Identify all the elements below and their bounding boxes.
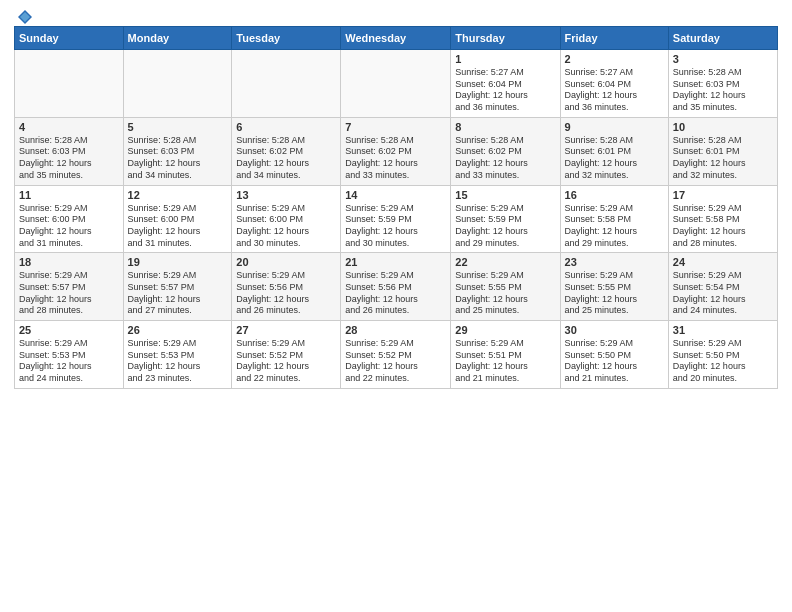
cell-text-line: and 24 minutes. — [19, 373, 119, 385]
cell-text-line: Sunset: 5:50 PM — [673, 350, 773, 362]
day-number: 2 — [565, 53, 664, 65]
cell-text-line: Sunset: 5:58 PM — [565, 214, 664, 226]
calendar-week-row: 4Sunrise: 5:28 AMSunset: 6:03 PMDaylight… — [15, 117, 778, 185]
cell-text-line: Sunset: 5:50 PM — [565, 350, 664, 362]
day-number: 28 — [345, 324, 446, 336]
cell-text-line: Sunset: 5:55 PM — [455, 282, 555, 294]
cell-text-line: and 36 minutes. — [455, 102, 555, 114]
cell-text-line: and 20 minutes. — [673, 373, 773, 385]
cell-text-line: Sunset: 5:56 PM — [345, 282, 446, 294]
cell-text-line: Sunrise: 5:29 AM — [345, 338, 446, 350]
day-number: 27 — [236, 324, 336, 336]
cell-text-line: and 31 minutes. — [128, 238, 228, 250]
day-number: 1 — [455, 53, 555, 65]
cell-text-line: and 22 minutes. — [236, 373, 336, 385]
cell-text-line: Daylight: 12 hours — [565, 294, 664, 306]
weekday-header-thursday: Thursday — [451, 27, 560, 50]
calendar-week-row: 18Sunrise: 5:29 AMSunset: 5:57 PMDayligh… — [15, 253, 778, 321]
calendar-cell: 29Sunrise: 5:29 AMSunset: 5:51 PMDayligh… — [451, 321, 560, 389]
cell-text-line: Sunset: 6:02 PM — [345, 146, 446, 158]
cell-text-line: Daylight: 12 hours — [128, 226, 228, 238]
cell-text-line: Sunset: 5:52 PM — [236, 350, 336, 362]
cell-text-line: and 28 minutes. — [673, 238, 773, 250]
header — [14, 10, 778, 22]
day-number: 10 — [673, 121, 773, 133]
cell-text-line: Daylight: 12 hours — [19, 294, 119, 306]
cell-text-line: Sunset: 5:55 PM — [565, 282, 664, 294]
calendar-cell: 12Sunrise: 5:29 AMSunset: 6:00 PMDayligh… — [123, 185, 232, 253]
page: SundayMondayTuesdayWednesdayThursdayFrid… — [0, 0, 792, 612]
cell-text-line: and 33 minutes. — [345, 170, 446, 182]
cell-text-line: Daylight: 12 hours — [236, 294, 336, 306]
cell-text-line: Sunset: 5:58 PM — [673, 214, 773, 226]
cell-text-line: and 32 minutes. — [673, 170, 773, 182]
calendar-cell — [123, 50, 232, 118]
cell-text-line: and 30 minutes. — [345, 238, 446, 250]
cell-text-line: Sunrise: 5:29 AM — [19, 338, 119, 350]
day-number: 17 — [673, 189, 773, 201]
cell-text-line: Daylight: 12 hours — [673, 158, 773, 170]
calendar-cell: 28Sunrise: 5:29 AMSunset: 5:52 PMDayligh… — [341, 321, 451, 389]
cell-text-line: Sunset: 6:03 PM — [19, 146, 119, 158]
cell-text-line: Daylight: 12 hours — [673, 90, 773, 102]
cell-text-line: Sunrise: 5:29 AM — [673, 270, 773, 282]
day-number: 9 — [565, 121, 664, 133]
cell-text-line: Daylight: 12 hours — [673, 294, 773, 306]
cell-text-line: Daylight: 12 hours — [565, 90, 664, 102]
cell-text-line: Sunrise: 5:29 AM — [19, 203, 119, 215]
calendar-cell: 31Sunrise: 5:29 AMSunset: 5:50 PMDayligh… — [668, 321, 777, 389]
cell-text-line: Daylight: 12 hours — [565, 361, 664, 373]
cell-text-line: and 26 minutes. — [345, 305, 446, 317]
day-number: 24 — [673, 256, 773, 268]
cell-text-line: Sunrise: 5:29 AM — [345, 270, 446, 282]
day-number: 29 — [455, 324, 555, 336]
calendar-cell — [15, 50, 124, 118]
cell-text-line: Sunset: 6:04 PM — [455, 79, 555, 91]
cell-text-line: Daylight: 12 hours — [345, 158, 446, 170]
day-number: 12 — [128, 189, 228, 201]
calendar-week-row: 25Sunrise: 5:29 AMSunset: 5:53 PMDayligh… — [15, 321, 778, 389]
cell-text-line: Sunrise: 5:28 AM — [19, 135, 119, 147]
cell-text-line: Sunrise: 5:29 AM — [236, 270, 336, 282]
cell-text-line: and 27 minutes. — [128, 305, 228, 317]
cell-text-line: Sunrise: 5:29 AM — [673, 338, 773, 350]
cell-text-line: Daylight: 12 hours — [455, 90, 555, 102]
cell-text-line: Daylight: 12 hours — [19, 158, 119, 170]
weekday-header-monday: Monday — [123, 27, 232, 50]
cell-text-line: Sunset: 6:03 PM — [673, 79, 773, 91]
calendar-week-row: 11Sunrise: 5:29 AMSunset: 6:00 PMDayligh… — [15, 185, 778, 253]
day-number: 22 — [455, 256, 555, 268]
cell-text-line: Sunrise: 5:29 AM — [565, 338, 664, 350]
calendar-cell: 13Sunrise: 5:29 AMSunset: 6:00 PMDayligh… — [232, 185, 341, 253]
calendar-cell: 5Sunrise: 5:28 AMSunset: 6:03 PMDaylight… — [123, 117, 232, 185]
calendar-cell: 3Sunrise: 5:28 AMSunset: 6:03 PMDaylight… — [668, 50, 777, 118]
day-number: 11 — [19, 189, 119, 201]
calendar-cell: 8Sunrise: 5:28 AMSunset: 6:02 PMDaylight… — [451, 117, 560, 185]
cell-text-line: Sunset: 6:02 PM — [455, 146, 555, 158]
cell-text-line: Daylight: 12 hours — [673, 361, 773, 373]
cell-text-line: Sunrise: 5:28 AM — [673, 135, 773, 147]
calendar-cell — [341, 50, 451, 118]
cell-text-line: Sunrise: 5:29 AM — [455, 338, 555, 350]
calendar-cell: 6Sunrise: 5:28 AMSunset: 6:02 PMDaylight… — [232, 117, 341, 185]
cell-text-line: and 25 minutes. — [455, 305, 555, 317]
cell-text-line: Sunrise: 5:29 AM — [128, 338, 228, 350]
cell-text-line: and 26 minutes. — [236, 305, 336, 317]
calendar-cell: 26Sunrise: 5:29 AMSunset: 5:53 PMDayligh… — [123, 321, 232, 389]
cell-text-line: Sunset: 6:03 PM — [128, 146, 228, 158]
cell-text-line: and 24 minutes. — [673, 305, 773, 317]
cell-text-line: and 28 minutes. — [19, 305, 119, 317]
calendar-cell: 17Sunrise: 5:29 AMSunset: 5:58 PMDayligh… — [668, 185, 777, 253]
calendar-cell: 14Sunrise: 5:29 AMSunset: 5:59 PMDayligh… — [341, 185, 451, 253]
calendar-cell: 24Sunrise: 5:29 AMSunset: 5:54 PMDayligh… — [668, 253, 777, 321]
day-number: 7 — [345, 121, 446, 133]
cell-text-line: and 30 minutes. — [236, 238, 336, 250]
cell-text-line: Sunset: 6:00 PM — [128, 214, 228, 226]
calendar-cell: 18Sunrise: 5:29 AMSunset: 5:57 PMDayligh… — [15, 253, 124, 321]
day-number: 13 — [236, 189, 336, 201]
cell-text-line: and 34 minutes. — [236, 170, 336, 182]
day-number: 18 — [19, 256, 119, 268]
day-number: 31 — [673, 324, 773, 336]
cell-text-line: and 21 minutes. — [455, 373, 555, 385]
calendar-cell: 20Sunrise: 5:29 AMSunset: 5:56 PMDayligh… — [232, 253, 341, 321]
